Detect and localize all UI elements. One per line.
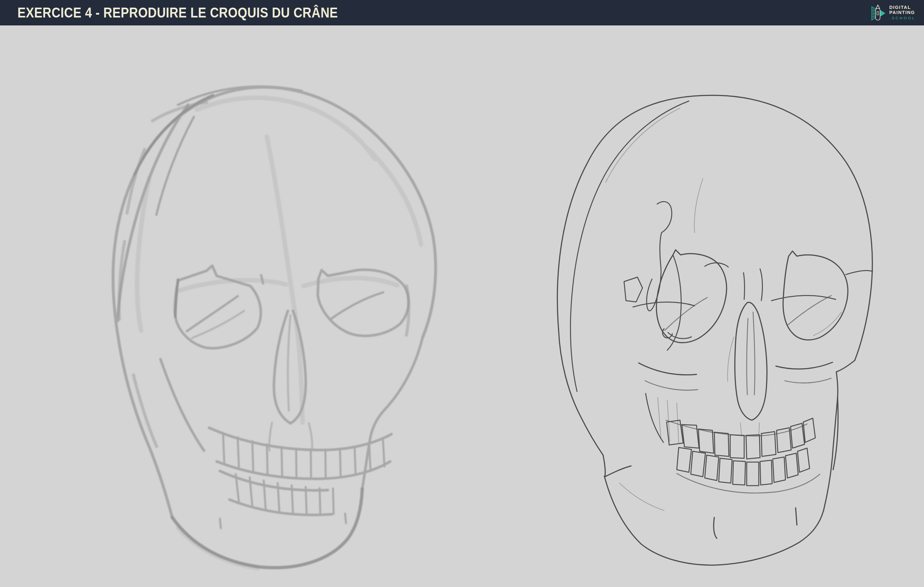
stylus-play-icon (871, 3, 887, 22)
reference-skull-sketch (0, 25, 924, 587)
brand-line-digital: DIGITAL (889, 5, 916, 10)
drawing-canvas[interactable] (0, 25, 924, 587)
brand-logo: DIGITAL PAINTING .SCHOOL (871, 3, 916, 22)
exercise-title: EXERCICE 4 - REPRODUIRE LE CROQUIS DU CR… (18, 5, 338, 21)
brand-line-painting: PAINTING (889, 10, 916, 15)
brand-wordmark: DIGITAL PAINTING .SCHOOL (889, 5, 916, 21)
brand-line-school: .SCHOOL (889, 16, 916, 21)
header-bar: EXERCICE 4 - REPRODUIRE LE CROQUIS DU CR… (0, 0, 924, 25)
